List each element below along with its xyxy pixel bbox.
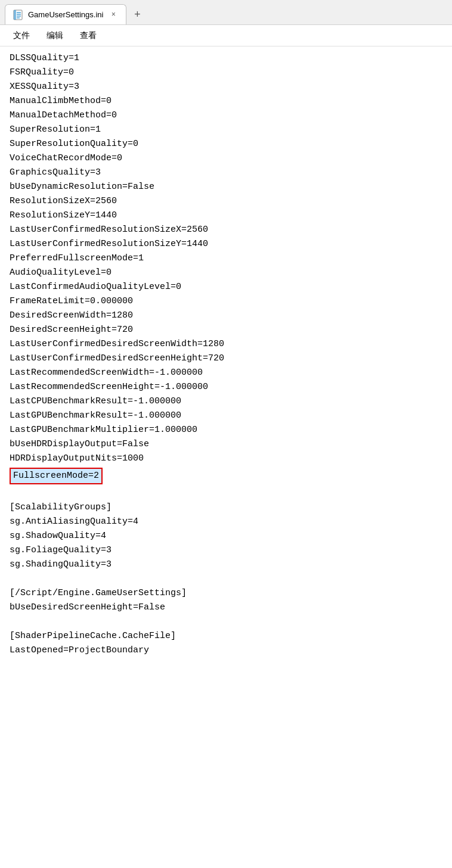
code-line: bUseDynamicResolution=False	[10, 180, 442, 194]
tab-title: GameUserSettings.ini	[28, 10, 103, 19]
code-line: LastUserConfirmedDesiredScreenHeight=720	[10, 351, 442, 366]
code-line: FrameRateLimit=0.000000	[10, 294, 442, 309]
code-line: [ShaderPipelineCache.CacheFile]	[10, 629, 442, 643]
code-line: ManualClimbMethod=0	[10, 94, 442, 108]
code-line: bUseHDRDisplayOutput=False	[10, 437, 442, 452]
empty-line	[10, 486, 442, 500]
code-line: LastUserConfirmedResolutionSizeY=1440	[10, 237, 442, 251]
lines-after: [ScalabilityGroups]sg.AntiAliasingQualit…	[10, 486, 442, 658]
tab-close-button[interactable]: ×	[108, 10, 119, 20]
code-line: FSRQuality=0	[10, 66, 442, 80]
code-line: VoiceChatRecordMode=0	[10, 151, 442, 166]
code-line: LastGPUBenchmarkResult=-1.000000	[10, 409, 442, 423]
code-line: ResolutionSizeY=1440	[10, 209, 442, 223]
code-line: ManualDetachMethod=0	[10, 108, 442, 123]
code-line: XESSQuality=3	[10, 80, 442, 94]
empty-line	[10, 572, 442, 586]
svg-rect-1	[14, 10, 16, 20]
menu-edit[interactable]: 编辑	[41, 28, 69, 43]
code-line: HDRDisplayOutputNits=1000	[10, 452, 442, 466]
title-bar: GameUserSettings.ini × +	[0, 0, 452, 25]
code-line: ResolutionSizeX=2560	[10, 194, 442, 209]
main-window: GameUserSettings.ini × + 文件 编辑 查看 DLSSQu…	[0, 0, 452, 868]
code-line: PreferredFullscreenMode=1	[10, 251, 442, 266]
menu-file[interactable]: 文件	[7, 28, 36, 43]
new-tab-button[interactable]: +	[128, 5, 147, 24]
code-line: DesiredScreenWidth=1280	[10, 309, 442, 323]
highlighted-line-row: FullscreenMode=2	[10, 467, 442, 485]
active-tab[interactable]: GameUserSettings.ini ×	[5, 4, 126, 24]
lines-before: DLSSQuality=1FSRQuality=0XESSQuality=3Ma…	[10, 51, 442, 466]
code-line: [ScalabilityGroups]	[10, 500, 442, 515]
code-line: SuperResolutionQuality=0	[10, 137, 442, 151]
code-line: sg.ShadowQuality=4	[10, 529, 442, 543]
highlighted-line-text: FullscreenMode=2	[10, 468, 103, 484]
code-line: LastRecommendedScreenHeight=-1.000000	[10, 380, 442, 394]
code-line: AudioQualityLevel=0	[10, 266, 442, 280]
notepad-tab-icon	[13, 10, 23, 20]
menu-bar: 文件 编辑 查看	[0, 25, 452, 46]
code-line: LastGPUBenchmarkMultiplier=1.000000	[10, 423, 442, 437]
menu-view[interactable]: 查看	[74, 28, 103, 43]
code-line: LastUserConfirmedDesiredScreenWidth=1280	[10, 337, 442, 351]
code-line: GraphicsQuality=3	[10, 166, 442, 180]
code-line: DesiredScreenHeight=720	[10, 323, 442, 337]
code-line: LastOpened=ProjectBoundary	[10, 643, 442, 658]
code-line: LastCPUBenchmarkResult=-1.000000	[10, 394, 442, 409]
code-line: SuperResolution=1	[10, 123, 442, 137]
code-line: sg.FoliageQuality=3	[10, 543, 442, 558]
code-line: LastUserConfirmedResolutionSizeX=2560	[10, 223, 442, 237]
empty-line	[10, 615, 442, 629]
code-line: sg.ShadingQuality=3	[10, 558, 442, 572]
code-line: DLSSQuality=1	[10, 51, 442, 66]
file-content[interactable]: DLSSQuality=1FSRQuality=0XESSQuality=3Ma…	[0, 46, 452, 868]
code-line: sg.AntiAliasingQuality=4	[10, 515, 442, 529]
tab-area: GameUserSettings.ini × +	[0, 0, 452, 24]
code-line: LastRecommendedScreenWidth=-1.000000	[10, 366, 442, 380]
code-line: LastConfirmedAudioQualityLevel=0	[10, 280, 442, 294]
code-line: bUseDesiredScreenHeight=False	[10, 601, 442, 615]
code-line: [/Script/Engine.GameUserSettings]	[10, 586, 442, 601]
